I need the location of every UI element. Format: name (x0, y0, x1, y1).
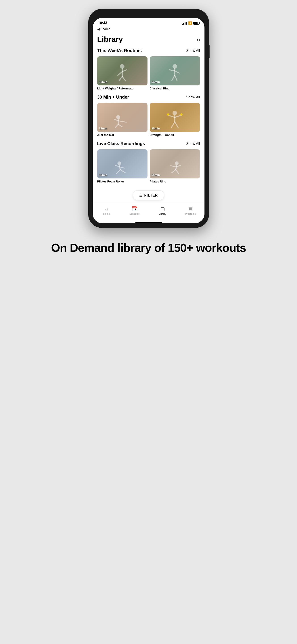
library-icon: ▢ (160, 206, 165, 212)
workout-card-4[interactable]: 25min Strength + Condit (150, 103, 200, 137)
svg-line-31 (120, 170, 125, 173)
figure-1 (112, 63, 132, 83)
svg-point-24 (167, 113, 169, 116)
svg-line-9 (175, 71, 179, 73)
status-bar: 10:43 📶 (93, 18, 205, 26)
filter-bar: ☷ FILTER (97, 188, 200, 203)
workout-card-3[interactable]: 32min Just the Mat (97, 103, 147, 137)
svg-line-33 (176, 165, 177, 170)
schedule-label: Schedule (129, 212, 140, 215)
card-5-title: Pilates Foam Roller (97, 180, 147, 183)
svg-line-27 (119, 165, 120, 170)
svg-line-11 (175, 75, 177, 80)
cards-row-weekly: 30min Light Weights "Reformer... (97, 56, 200, 90)
search-icon: ⌕ (197, 36, 200, 42)
section-weekly-routine: This Week's Routine: Show All (97, 48, 200, 90)
card-2-duration: 54min (152, 80, 160, 84)
battery-icon (193, 22, 199, 24)
svg-line-21 (175, 115, 181, 118)
svg-line-37 (172, 170, 176, 173)
page-title: Library (97, 35, 123, 44)
card-6-duration: 55min (152, 173, 160, 177)
cards-row-30min: 32min Just the Mat (97, 103, 200, 137)
card-3-duration: 32min (99, 127, 107, 130)
promo-text-wrapper: On Demand library of 150+ workouts (38, 241, 260, 255)
tab-schedule[interactable]: 📅 Schedule (121, 205, 149, 216)
section-header-live: Live Class Recordings Show All (97, 141, 200, 146)
workout-card-5[interactable]: 55min Pilates Foam Roller (97, 149, 147, 183)
filter-label: FILTER (144, 194, 158, 198)
section-header-30min: 30 Min + Under Show All (97, 94, 200, 100)
back-label: ◀ Search (97, 27, 110, 31)
svg-line-2 (118, 72, 122, 75)
card-image-3: 32min (97, 103, 147, 132)
show-all-weekly[interactable]: Show All (186, 49, 200, 53)
section-title-30min: 30 Min + Under (97, 94, 129, 100)
svg-line-17 (118, 124, 122, 127)
content-area: Library ⌕ This Week's Routine: Show All (93, 33, 205, 203)
svg-point-26 (117, 162, 121, 165)
svg-line-4 (119, 76, 122, 81)
card-image-5: 55min (97, 149, 147, 178)
card-4-duration: 25min (152, 127, 160, 130)
show-all-live[interactable]: Show All (186, 142, 200, 146)
figure-2 (165, 63, 185, 83)
svg-line-10 (172, 75, 175, 80)
tab-bar: ⌂ Home 📅 Schedule ▢ Library ▣ Programs (93, 203, 205, 220)
show-all-30min[interactable]: Show All (186, 95, 200, 99)
page-header: Library ⌕ (97, 33, 200, 48)
filter-button[interactable]: ☷ FILTER (133, 190, 164, 200)
workout-card-2[interactable]: 54min Classical Ring (150, 56, 200, 90)
signal-bars-icon (182, 22, 187, 24)
card-3-title: Just the Mat (97, 133, 147, 137)
figure-5 (112, 159, 132, 177)
figure-3 (112, 112, 132, 130)
svg-point-32 (175, 162, 179, 165)
phone-notch (131, 14, 167, 16)
svg-line-23 (175, 122, 178, 128)
home-icon: ⌂ (105, 206, 108, 212)
svg-point-0 (120, 64, 124, 69)
svg-point-12 (116, 115, 120, 119)
svg-line-15 (118, 121, 126, 122)
section-30min: 30 Min + Under Show All (97, 94, 200, 137)
programs-label: Programs (185, 212, 196, 215)
svg-line-22 (171, 122, 175, 128)
schedule-icon: 📅 (132, 206, 138, 212)
svg-point-25 (180, 113, 183, 116)
svg-line-8 (169, 70, 175, 71)
card-image-6: 55min (150, 149, 200, 178)
card-image-4: 25min (150, 103, 200, 132)
cards-row-live: 55min Pilates Foam Roller (97, 149, 200, 183)
figure-4 (165, 110, 185, 130)
programs-icon: ▣ (188, 206, 193, 212)
back-nav[interactable]: ◀ Search (93, 26, 205, 33)
svg-point-6 (173, 64, 177, 69)
search-button[interactable]: ⌕ (197, 36, 200, 42)
svg-point-18 (173, 111, 177, 115)
promo-text: On Demand library of 150+ workouts (51, 241, 246, 255)
workout-card-6[interactable]: 55min Pilates Ring (150, 149, 200, 183)
card-4-title: Strength + Condit (150, 133, 200, 137)
svg-line-36 (176, 170, 179, 174)
tab-programs[interactable]: ▣ Programs (177, 205, 205, 216)
tab-home[interactable]: ⌂ Home (93, 205, 121, 216)
card-image-2: 54min (150, 56, 200, 86)
svg-line-20 (168, 115, 175, 118)
card-6-title: Pilates Ring (150, 180, 200, 183)
section-live-class: Live Class Recordings Show All (97, 141, 200, 183)
svg-line-29 (120, 167, 124, 168)
svg-line-5 (122, 76, 126, 81)
section-title-live: Live Class Recordings (97, 141, 145, 146)
svg-line-3 (122, 70, 127, 72)
workout-card-1[interactable]: 30min Light Weights "Reformer... (97, 56, 147, 90)
phone-screen: 10:43 📶 ◀ Search Library (93, 18, 205, 224)
card-1-title: Light Weights "Reformer... (97, 87, 147, 90)
status-time: 10:43 (98, 21, 107, 25)
filter-icon: ☷ (139, 193, 143, 198)
phone-side-btn (209, 45, 210, 58)
tab-library[interactable]: ▢ Library (149, 205, 177, 216)
home-label: Home (103, 212, 110, 215)
wifi-icon: 📶 (188, 21, 192, 25)
library-label: Library (159, 212, 166, 215)
